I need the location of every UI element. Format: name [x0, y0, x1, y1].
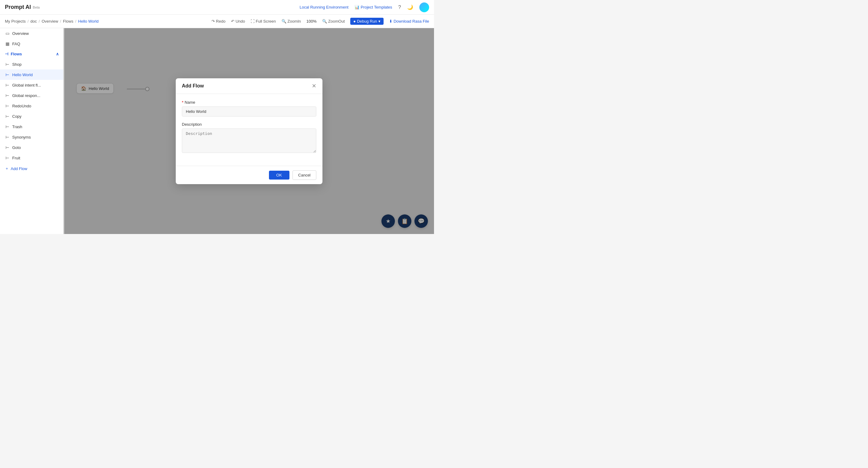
app-name: Prompt AI [5, 4, 31, 10]
templates-link[interactable]: 📊 Project Templates [354, 5, 392, 9]
zoomout-button[interactable]: 🔍 ZoomOut [322, 19, 345, 24]
name-input[interactable] [182, 107, 316, 117]
zoomout-icon: 🔍 [322, 19, 327, 24]
sidebar-item-fruit[interactable]: ⊢ Fruit [0, 153, 64, 163]
sidebar-item-goto[interactable]: ⊢ Goto [0, 142, 64, 153]
breadcrumb-sep4: / [75, 19, 76, 24]
redoundo-icon: ⊢ [5, 104, 10, 108]
sidebar-item-overview[interactable]: ▭ Overview [0, 28, 64, 38]
description-label: Description [182, 122, 316, 127]
breadcrumb-sep1: / [28, 19, 29, 24]
goto-icon: ⊢ [5, 145, 10, 150]
download-rasa-button[interactable]: ⬇ Download Rasa File [389, 19, 429, 24]
bar-chart-icon: 📊 [354, 5, 360, 9]
sidebar: ▭ Overview ▦ FAQ ⊣ Flows ∧ ⊢ Shop ⊢ Hell… [0, 28, 64, 234]
main-layout: ▭ Overview ▦ FAQ ⊣ Flows ∧ ⊢ Shop ⊢ Hell… [0, 28, 434, 234]
zoomin-button[interactable]: 🔍 ZoomIn [281, 19, 301, 24]
add-flow-button[interactable]: ＋ Add Flow [0, 163, 64, 174]
breadcrumb-overview[interactable]: Overview [41, 19, 58, 24]
synonyms-icon: ⊢ [5, 135, 10, 140]
add-flow-modal: Add Flow ✕ * Name Description [176, 78, 322, 184]
modal-close-button[interactable]: ✕ [312, 83, 316, 89]
sidebar-divider [63, 28, 64, 234]
sidebar-item-helloworld[interactable]: ⊢ Hello World [0, 69, 64, 80]
breadcrumb-sep3: / [60, 19, 61, 24]
sidebar-item-shop[interactable]: ⊢ Shop [0, 59, 64, 69]
toolbar-actions: ↷ Redo ↶ Undo ⛶ Full Screen 🔍 ZoomIn 100… [212, 18, 429, 25]
app-brand: Prompt AI Beta [5, 4, 40, 10]
breadcrumb-current: Hello World [78, 19, 99, 24]
breadcrumb-sep2: / [39, 19, 40, 24]
breadcrumb-doc[interactable]: doc [31, 19, 37, 24]
sidebar-item-faq[interactable]: ▦ FAQ [0, 38, 64, 49]
overview-icon: ▭ [5, 31, 10, 36]
sidebar-item-trash[interactable]: ⊢ Trash [0, 121, 64, 132]
modal-header: Add Flow ✕ [176, 78, 322, 94]
fullscreen-button[interactable]: ⛶ Full Screen [251, 19, 276, 24]
help-icon[interactable]: ? [398, 5, 401, 10]
app-beta: Beta [33, 5, 40, 9]
faq-icon: ▦ [5, 41, 10, 46]
breadcrumb-myprojects[interactable]: My Projects [5, 19, 26, 24]
add-flow-icon: ＋ [5, 166, 9, 171]
theme-icon[interactable]: 🌙 [407, 4, 413, 10]
name-label: * Name [182, 100, 316, 105]
description-form-group: Description [182, 122, 316, 154]
download-icon: ⬇ [389, 19, 393, 24]
sidebar-item-copy[interactable]: ⊢ Copy [0, 111, 64, 121]
ok-button[interactable]: OK [269, 171, 289, 180]
modal-body: * Name Description [176, 94, 322, 166]
modal-overlay: Add Flow ✕ * Name Description [64, 28, 434, 234]
sidebar-flows-header[interactable]: ⊣ Flows ∧ [0, 49, 64, 59]
navbar-right: Local Running Environment 📊 Project Temp… [300, 2, 429, 12]
breadcrumb-flows[interactable]: Flows [63, 19, 73, 24]
sidebar-item-synonyms[interactable]: ⊢ Synonyms [0, 132, 64, 142]
globalresponse-icon: ⊢ [5, 93, 10, 98]
name-required-indicator: * [182, 100, 183, 105]
toolbar: My Projects / doc / Overview / Flows / H… [0, 15, 434, 28]
shop-icon: ⊢ [5, 62, 10, 67]
trash-icon: ⊢ [5, 124, 10, 129]
sidebar-item-globalintent[interactable]: ⊢ Global intent fl... [0, 80, 64, 90]
modal-title: Add Flow [182, 83, 204, 89]
debug-chevron-icon: ▾ [378, 19, 380, 24]
avatar[interactable] [419, 2, 429, 12]
globalintent-icon: ⊢ [5, 83, 10, 87]
name-form-group: * Name [182, 100, 316, 117]
redo-icon: ↷ [212, 19, 215, 24]
undo-icon: ↶ [231, 19, 235, 24]
copy-icon: ⊢ [5, 114, 10, 119]
redo-button[interactable]: ↷ Redo [212, 19, 225, 24]
breadcrumb: My Projects / doc / Overview / Flows / H… [5, 19, 98, 24]
navbar: Prompt AI Beta Local Running Environment… [0, 0, 434, 15]
cancel-button[interactable]: Cancel [292, 170, 316, 180]
sidebar-item-globalresponse[interactable]: ⊢ Global respon... [0, 90, 64, 100]
zoomin-icon: 🔍 [281, 19, 286, 24]
sidebar-item-redoundo[interactable]: ⊢ RedoUndo [0, 100, 64, 111]
description-input[interactable] [182, 128, 316, 153]
flows-icon: ⊣ [5, 52, 8, 56]
zoom-value: 100% [307, 19, 317, 24]
modal-footer: OK Cancel [176, 166, 322, 184]
undo-button[interactable]: ↶ Undo [231, 19, 245, 24]
debug-icon: ● [353, 19, 356, 24]
fullscreen-icon: ⛶ [251, 19, 255, 24]
canvas-area[interactable]: 🏠 Hello World Add Flow ✕ * Name [64, 28, 434, 234]
env-link[interactable]: Local Running Environment [300, 5, 348, 9]
fruit-icon: ⊢ [5, 155, 10, 160]
flows-collapse-icon: ∧ [56, 52, 59, 56]
helloworld-icon: ⊢ [5, 72, 10, 77]
debug-run-button[interactable]: ● Debug Run ▾ [350, 18, 383, 25]
